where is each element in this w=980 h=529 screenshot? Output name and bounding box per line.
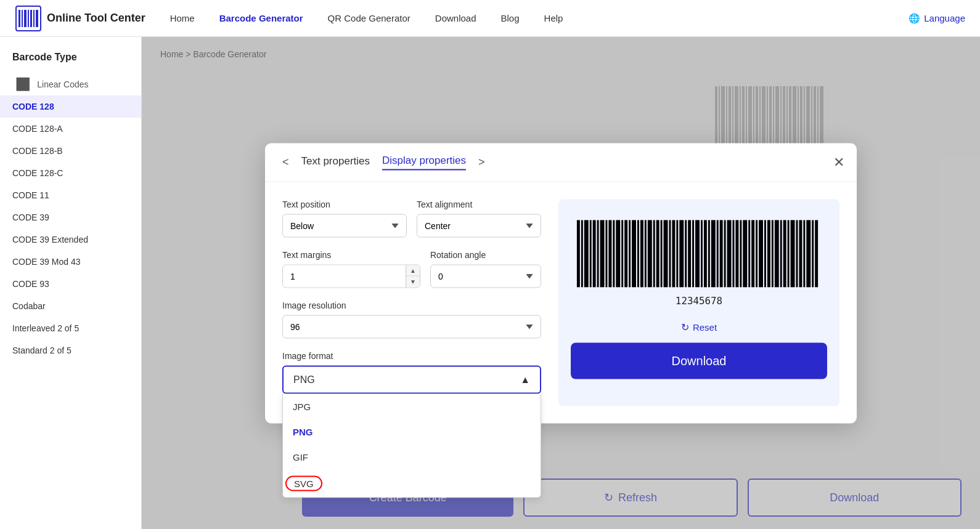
svg-rect-81 <box>735 220 738 287</box>
text-alignment-label: Text alignment <box>417 199 541 209</box>
sidebar-item-code39mod43[interactable]: CODE 39 Mod 43 <box>0 251 141 273</box>
barcode-preview: 12345678 <box>571 214 827 311</box>
preview-column: 12345678 ↻ Reset Download <box>558 199 839 406</box>
text-margins-down[interactable]: ▼ <box>406 277 420 288</box>
reset-label: Reset <box>693 321 717 332</box>
tab-text-properties[interactable]: Text properties <box>301 155 370 169</box>
svg-rect-92 <box>780 220 782 287</box>
tab-display-properties[interactable]: Display properties <box>382 154 466 170</box>
image-format-label: Image format <box>282 350 541 360</box>
modal-download-button[interactable]: Download <box>571 342 827 379</box>
svg-rect-85 <box>751 220 754 287</box>
logo-icon <box>15 5 42 32</box>
nav-help[interactable]: Help <box>544 13 563 23</box>
svg-rect-71 <box>695 220 700 287</box>
sidebar-item-code39[interactable]: CODE 39 <box>0 206 141 228</box>
sidebar-item-code128c[interactable]: CODE 128-C <box>0 162 141 184</box>
svg-text:12345678: 12345678 <box>676 295 722 307</box>
svg-rect-96 <box>796 220 798 287</box>
sidebar-item-code93[interactable]: CODE 93 <box>0 273 141 295</box>
svg-rect-100 <box>812 220 814 287</box>
svg-rect-78 <box>724 220 726 287</box>
rotation-angle-select[interactable]: 0 <box>430 264 541 288</box>
svg-rect-61 <box>656 220 659 287</box>
image-resolution-group: Image resolution 96 <box>282 300 541 338</box>
svg-rect-95 <box>791 220 795 287</box>
text-margins-label: Text margins <box>282 249 420 259</box>
svg-rect-5 <box>30 10 32 27</box>
chevron-down-icon: ▲ <box>520 374 530 385</box>
svg-rect-67 <box>679 220 684 287</box>
image-resolution-select[interactable]: 96 <box>282 315 541 338</box>
nav-home[interactable]: Home <box>170 13 195 23</box>
image-format-dropdown: JPG PNG GIF SVG <box>282 394 541 498</box>
language-selector[interactable]: 🌐 Language <box>909 13 965 24</box>
modal-close-button[interactable]: ✕ <box>833 154 844 170</box>
sidebar-item-codabar[interactable]: Codabar <box>0 295 141 317</box>
nav-blog[interactable]: Blog <box>501 13 520 23</box>
image-format-container: PNG ▲ JPG PNG GIF SVG <box>282 365 541 394</box>
svg-rect-84 <box>748 220 750 287</box>
reset-button[interactable]: ↻ Reset <box>681 321 717 333</box>
format-option-svg[interactable]: SVG <box>283 469 541 497</box>
format-option-jpg[interactable]: JPG <box>283 394 541 419</box>
sidebar-item-code11[interactable]: CODE 11 <box>0 184 141 206</box>
svg-rect-3 <box>24 10 27 27</box>
rotation-angle-label: Rotation angle <box>430 249 541 259</box>
form-row-2: Text margins ▲ ▼ Rotation angle <box>282 249 541 288</box>
svg-rect-73 <box>704 220 707 287</box>
svg-rect-68 <box>685 220 687 287</box>
globe-icon: 🌐 <box>909 13 920 24</box>
svg-rect-7 <box>36 10 38 27</box>
text-alignment-select[interactable]: Center <box>417 214 541 237</box>
svg-circle-highlight: SVG <box>285 475 322 491</box>
nav-download[interactable]: Download <box>435 13 476 23</box>
svg-rect-74 <box>708 220 710 287</box>
svg-rect-44 <box>590 220 592 287</box>
sidebar-item-code128a[interactable]: CODE 128-A <box>0 118 141 140</box>
svg-rect-1 <box>18 10 20 27</box>
nav-left-arrow[interactable]: < <box>282 156 289 169</box>
sidebar-item-code39ext[interactable]: CODE 39 Extended <box>0 228 141 251</box>
sidebar-item-code128[interactable]: CODE 128 <box>0 95 141 118</box>
svg-rect-49 <box>608 220 611 287</box>
properties-modal: < Text properties Display properties > ✕… <box>265 143 857 423</box>
text-margins-group: Text margins ▲ ▼ <box>282 249 420 288</box>
svg-rect-58 <box>645 220 647 287</box>
logo[interactable]: Online Tool Center <box>15 5 145 32</box>
navbar: Online Tool Center Home Barcode Generato… <box>0 0 980 37</box>
svg-rect-88 <box>764 220 766 287</box>
nav-right-arrow[interactable]: > <box>478 156 485 169</box>
format-option-png[interactable]: PNG <box>283 419 541 444</box>
nav-links: Home Barcode Generator QR Code Generator… <box>170 13 909 23</box>
svg-rect-76 <box>717 220 719 287</box>
nav-qr-code-generator[interactable]: QR Code Generator <box>328 13 410 23</box>
svg-rect-97 <box>799 220 802 287</box>
main-content: Home > Barcode Generator <box>142 37 980 529</box>
nav-barcode-generator[interactable]: Barcode Generator <box>219 13 303 23</box>
format-option-gif[interactable]: GIF <box>283 444 541 469</box>
sidebar-linear-codes-label: Linear Codes <box>37 79 88 89</box>
form-row-1: Text position Below Text alignment Cente… <box>282 199 541 237</box>
svg-rect-101 <box>815 220 818 287</box>
sidebar-item-code128b[interactable]: CODE 128-B <box>0 140 141 162</box>
page-body: Barcode Type ▐█▌ Linear Codes CODE 128 C… <box>0 37 980 529</box>
svg-rect-82 <box>740 220 741 287</box>
svg-rect-65 <box>672 220 675 287</box>
svg-rect-93 <box>783 220 786 287</box>
sidebar-item-interleaved25[interactable]: Interleaved 2 of 5 <box>0 317 141 339</box>
text-margins-arrows: ▲ ▼ <box>406 265 420 287</box>
form-column: Text position Below Text alignment Cente… <box>282 199 541 406</box>
svg-rect-69 <box>688 220 691 287</box>
image-format-select-box[interactable]: PNG ▲ <box>282 365 541 394</box>
text-position-select[interactable]: Below <box>282 214 407 237</box>
svg-rect-50 <box>613 220 615 287</box>
text-margins-up[interactable]: ▲ <box>406 265 420 277</box>
svg-rect-45 <box>593 220 596 287</box>
svg-rect-60 <box>653 220 655 287</box>
svg-rect-64 <box>669 220 671 287</box>
text-position-label: Text position <box>282 199 407 209</box>
svg-rect-98 <box>803 220 805 287</box>
sidebar-item-standard25[interactable]: Standard 2 of 5 <box>0 339 141 361</box>
text-margins-input[interactable] <box>283 265 406 287</box>
